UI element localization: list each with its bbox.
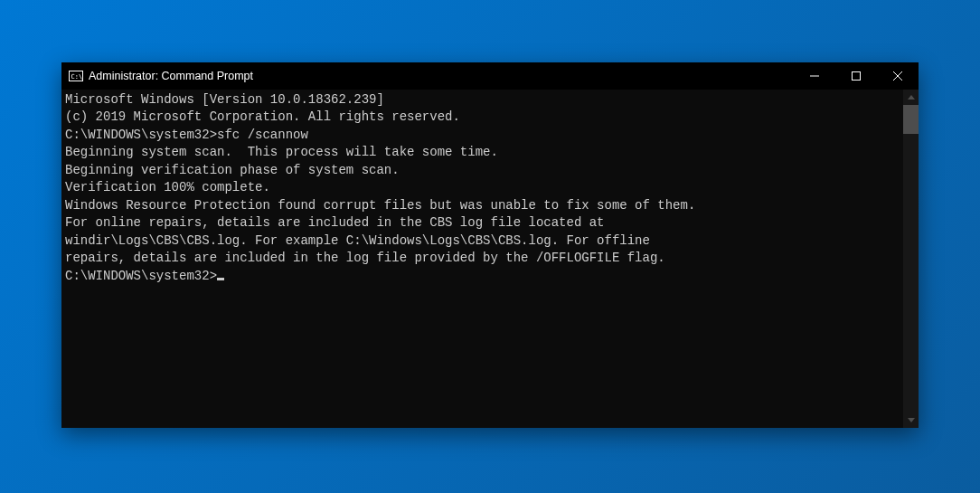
prompt-text: C:\WINDOWS\system32> [65, 269, 217, 283]
output-line: Windows Resource Protection found corrup… [65, 197, 900, 215]
vertical-scrollbar[interactable] [903, 90, 919, 428]
output-line: Verification 100% complete. [65, 179, 900, 197]
output-line: C:\WINDOWS\system32>sfc /scannow [65, 127, 900, 145]
content-area: Microsoft Windows [Version 10.0.18362.23… [61, 90, 919, 428]
maximize-button[interactable] [835, 62, 877, 90]
scrollbar-track[interactable] [903, 105, 919, 412]
close-button[interactable] [877, 62, 919, 90]
output-line: (c) 2019 Microsoft Corporation. All righ… [65, 109, 900, 127]
output-line: Beginning system scan. This process will… [65, 144, 900, 162]
scroll-down-arrow-icon[interactable] [903, 412, 919, 428]
svg-rect-3 [853, 71, 861, 80]
window-controls [794, 62, 919, 90]
scroll-up-arrow-icon[interactable] [903, 90, 919, 105]
scrollbar-thumb[interactable] [903, 105, 919, 134]
titlebar[interactable]: C:\ Administrator: Command Prompt [61, 62, 919, 90]
svg-rect-2 [810, 75, 819, 76]
output-line: For online repairs, details are included… [65, 214, 900, 232]
output-line: repairs, details are included in the log… [65, 250, 900, 268]
output-line: Beginning verification phase of system s… [65, 162, 900, 180]
output-line: windir\Logs\CBS\CBS.log. For example C:\… [65, 232, 900, 251]
cursor-icon [217, 278, 224, 280]
window-title: Administrator: Command Prompt [89, 70, 253, 82]
minimize-button[interactable] [794, 62, 835, 90]
command-prompt-window: C:\ Administrator: Command Prompt Micros… [61, 62, 919, 428]
output-line: Microsoft Windows [Version 10.0.18362.23… [65, 91, 900, 109]
cmd-icon: C:\ [69, 69, 83, 83]
svg-text:C:\: C:\ [71, 72, 83, 80]
svg-marker-6 [908, 95, 915, 100]
prompt-line: C:\WINDOWS\system32> [65, 268, 900, 286]
svg-marker-7 [908, 418, 915, 422]
terminal-output[interactable]: Microsoft Windows [Version 10.0.18362.23… [61, 90, 903, 428]
